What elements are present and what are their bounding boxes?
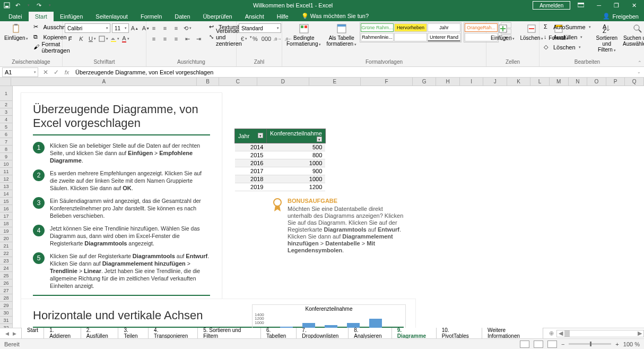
minimize-icon[interactable]: ─ [591, 0, 606, 11]
tab-start[interactable]: Start [29, 12, 54, 21]
style-blank[interactable] [394, 33, 427, 41]
col-header[interactable]: C [219, 78, 257, 86]
increase-font-icon[interactable]: A▲ [129, 23, 140, 33]
row-header[interactable]: 15 [0, 198, 12, 205]
bold-button[interactable]: F [65, 34, 75, 44]
row-header[interactable]: 26 [0, 279, 12, 287]
zoom-out-icon[interactable]: − [561, 341, 564, 347]
row-header[interactable]: 22 [0, 250, 12, 257]
cell-styles-gallery[interactable]: Grüne Rahm... Hervorheben Jahr Rahmenlin… [360, 22, 462, 42]
underline-button[interactable]: U [87, 34, 98, 44]
save-icon[interactable] [3, 2, 11, 9]
format-as-table-button[interactable]: Als Tabelle formatieren [324, 22, 359, 48]
italic-button[interactable]: K [76, 34, 86, 44]
row-header[interactable]: 30 [0, 309, 12, 317]
number-format-combo[interactable]: Standard [239, 23, 281, 33]
row-header[interactable]: 8 [0, 146, 12, 153]
tab-datei[interactable]: Datei [2, 12, 29, 21]
horizontal-scrollbar[interactable]: ◀▶ [556, 330, 644, 337]
name-box[interactable]: A1 [2, 67, 38, 77]
row-header[interactable]: 2 [0, 101, 12, 108]
accounting-format-icon[interactable]: € [239, 34, 249, 44]
collapse-ribbon-icon[interactable]: ⌃ [638, 60, 642, 65]
col-header[interactable]: Q [625, 78, 644, 86]
row-header[interactable]: 17 [0, 212, 12, 220]
row-header[interactable]: 9 [0, 153, 12, 160]
table-row[interactable]: 2015800 [235, 151, 326, 159]
qat-customize-icon[interactable] [46, 2, 53, 9]
tell-me[interactable]: 💡 Was möchten Sie tun? [295, 11, 375, 21]
row-header[interactable]: 21 [0, 242, 12, 250]
decrease-indent-icon[interactable]: ⇤ [182, 34, 193, 44]
row-header[interactable]: 11 [0, 168, 12, 175]
table-row[interactable]: 2014500 [235, 143, 326, 151]
col-header[interactable]: O [587, 78, 606, 86]
col-header[interactable]: I [460, 78, 483, 86]
page-break-view-icon[interactable] [547, 341, 557, 348]
col-header[interactable]: M [550, 78, 569, 86]
tab-nav-next-icon[interactable]: ▶ [11, 331, 18, 336]
paste-button[interactable]: Einfügen [2, 22, 30, 42]
zoom-level[interactable]: 100 % [623, 341, 640, 347]
clear-button[interactable]: ◇Löschen [542, 42, 593, 52]
insert-cells-button[interactable]: Einfügen [489, 22, 517, 42]
row-header[interactable]: 25 [0, 272, 12, 279]
row-header[interactable]: 18 [0, 220, 12, 227]
row-header[interactable]: 20 [0, 235, 12, 242]
align-middle-icon[interactable]: ≡ [160, 23, 170, 33]
table-row[interactable]: 20161000 [235, 159, 326, 167]
chart-bar[interactable] [280, 327, 293, 328]
tab-seitenlayout[interactable]: Seitenlayout [89, 12, 134, 21]
tab-formeln[interactable]: Formeln [134, 12, 168, 21]
row-header[interactable]: 16 [0, 205, 12, 212]
style-bottom-border[interactable]: Unterer Rand [428, 33, 460, 41]
tab-überprüfen[interactable]: Überprüfen [197, 12, 239, 21]
col-header[interactable]: F [361, 78, 413, 86]
table-row[interactable]: 2017900 [235, 167, 326, 175]
zoom-in-icon[interactable]: + [615, 341, 619, 347]
col-header[interactable]: D [257, 78, 309, 86]
undo-dropdown[interactable] [24, 2, 32, 9]
align-left-icon[interactable]: ≡ [149, 34, 159, 44]
font-name-combo[interactable]: Calibri [65, 23, 110, 33]
table-header[interactable]: Jahr▾ [235, 129, 267, 143]
login-button[interactable]: Anmelden [533, 1, 570, 10]
row-header[interactable]: 13 [0, 183, 12, 190]
fill-button[interactable]: ↓Ausfüllen [542, 32, 593, 42]
row-header[interactable]: 31 [0, 317, 12, 324]
font-size-combo[interactable]: 11 [112, 23, 129, 33]
row-header[interactable]: 10 [0, 160, 12, 168]
filter-dropdown-icon[interactable]: ▾ [317, 137, 322, 142]
col-header[interactable]: J [483, 78, 507, 86]
expand-formula-bar-icon[interactable]: ⌄ [633, 70, 644, 74]
ribbon-display-icon[interactable] [572, 0, 589, 11]
row-headers[interactable]: 1234567891011121314151617181920212223242… [0, 86, 13, 328]
table-row[interactable]: 20181000 [235, 175, 326, 183]
align-bottom-icon[interactable]: ≡ [171, 23, 181, 33]
row-header[interactable]: 6 [0, 131, 12, 138]
row-header[interactable]: 32 [0, 324, 12, 328]
chart-bar[interactable] [347, 323, 360, 328]
share-button[interactable]: 👤Freigeben [597, 11, 644, 21]
percent-format-icon[interactable]: % [250, 34, 260, 44]
cancel-formula-icon[interactable]: ✕ [40, 69, 51, 76]
conditional-formatting-button[interactable]: Bedingte Formatierung [284, 22, 323, 48]
table-header[interactable]: Konferenzteilnahme▾ [267, 129, 326, 143]
row-header[interactable]: 27 [0, 287, 12, 294]
col-header[interactable]: H [436, 78, 459, 86]
row-header[interactable]: 28 [0, 294, 12, 302]
tab-nav-prev-icon[interactable]: ◀ [3, 331, 11, 336]
tab-einfügen[interactable]: Einfügen [54, 12, 89, 21]
chart-bar[interactable] [369, 319, 382, 328]
row-header[interactable]: 7 [0, 138, 12, 146]
row-header[interactable]: 19 [0, 227, 12, 235]
font-color-button[interactable]: A [120, 34, 131, 44]
undo-icon[interactable]: ↶ [14, 2, 21, 9]
find-select-button[interactable]: Suchen und Auswählen [621, 22, 644, 48]
row-header[interactable]: 29 [0, 302, 12, 309]
tab-hilfe[interactable]: Hilfe [271, 12, 295, 21]
data-table[interactable]: Jahr▾Konferenzteilnahme▾2014500201580020… [234, 129, 326, 191]
table-row[interactable]: 20191200 [235, 183, 326, 191]
fill-color-button[interactable] [109, 34, 120, 44]
embedded-chart[interactable]: Konferenzteilnahme 100012001400 [252, 304, 406, 328]
